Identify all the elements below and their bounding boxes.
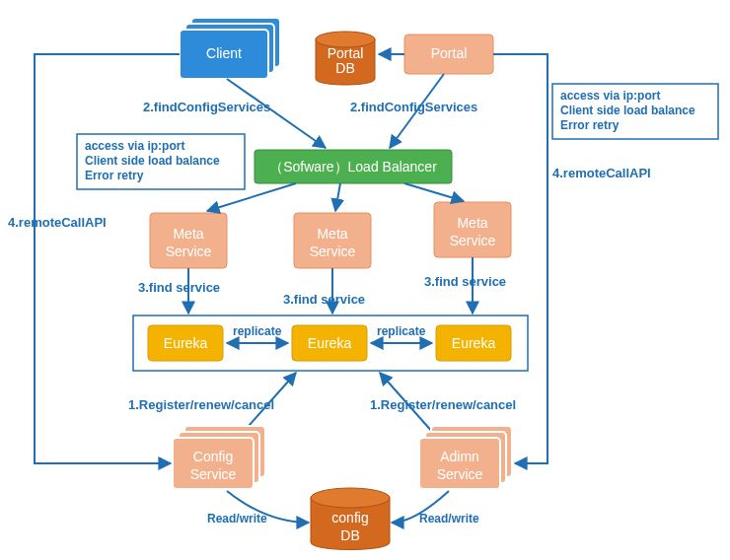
portal-db-node: Portal DB [316, 32, 375, 85]
eureka-2: Eureka [292, 325, 367, 361]
meta3-l1: Meta [457, 215, 487, 231]
client-node: Client [180, 18, 280, 79]
meta3-l2: Service [450, 233, 496, 248]
note-right-3: Error retry [560, 118, 620, 132]
edge-findcfg-left: 2.findConfigServices [143, 100, 270, 114]
cfgdb-l1: config [331, 510, 368, 525]
portal-db-label-1: Portal [328, 45, 364, 61]
eureka2-label: Eureka [308, 335, 352, 351]
admin-l1: Adimn [440, 449, 479, 464]
arrow-lb-meta3 [404, 183, 464, 201]
note-left: access via ip:port Client side load bala… [77, 134, 245, 189]
admin-service-node: Adimn Service [419, 426, 512, 489]
eureka3-label: Eureka [452, 335, 496, 351]
eureka-3: Eureka [436, 325, 511, 361]
portal-node: Portal [404, 35, 493, 74]
meta-service-3: Meta Service [434, 202, 511, 257]
cfgdb-l2: DB [340, 527, 359, 543]
note-left-2: Client side load balance [85, 154, 220, 168]
eureka1-label: Eureka [164, 335, 208, 351]
edge-remote-right: 4.remoteCallAPI [552, 166, 651, 180]
arrow-lb-meta1 [207, 183, 296, 211]
edge-find2: 3.find service [283, 292, 365, 307]
edge-replicate-1: replicate [233, 324, 282, 338]
load-balancer-label: （Sofware）Load Balancer [269, 159, 437, 175]
meta-service-2: Meta Service [294, 213, 371, 268]
edge-rw-right: Read/write [419, 512, 479, 525]
edge-register-left: 1.Register/renew/cancel [128, 397, 274, 412]
meta2-l2: Service [310, 244, 356, 259]
meta2-l1: Meta [317, 226, 347, 242]
arrow-lb-meta2 [335, 183, 340, 211]
config-db-node: config DB [311, 488, 390, 550]
edge-replicate-2: replicate [377, 324, 426, 338]
config-l2: Service [190, 466, 237, 482]
edge-register-right: 1.Register/renew/cancel [370, 397, 516, 412]
edge-remote-left: 4.remoteCallAPI [8, 215, 107, 230]
edge-rw-left: Read/write [207, 512, 267, 525]
note-left-1: access via ip:port [85, 139, 184, 153]
edge-find1: 3.find service [138, 280, 220, 295]
svg-point-20 [311, 488, 390, 508]
portal-label: Portal [431, 45, 468, 61]
load-balancer-node: （Sofware）Load Balancer [255, 150, 452, 183]
config-l1: Config [193, 449, 233, 464]
meta1-l1: Meta [173, 226, 203, 242]
note-right-1: access via ip:port [560, 89, 660, 103]
client-label: Client [206, 45, 242, 61]
note-right-2: Client side load balance [560, 104, 695, 117]
admin-l2: Service [437, 466, 483, 482]
meta1-l2: Service [166, 244, 212, 259]
edge-find3: 3.find service [424, 274, 506, 289]
note-left-3: Error retry [85, 169, 144, 182]
portal-db-label-2: DB [335, 60, 354, 76]
edge-findcfg-right: 2.findConfigServices [350, 100, 477, 114]
eureka-1: Eureka [148, 325, 223, 361]
note-right: access via ip:port Client side load bala… [552, 84, 718, 139]
config-service-node: Config Service [173, 426, 265, 489]
meta-service-1: Meta Service [150, 213, 227, 268]
